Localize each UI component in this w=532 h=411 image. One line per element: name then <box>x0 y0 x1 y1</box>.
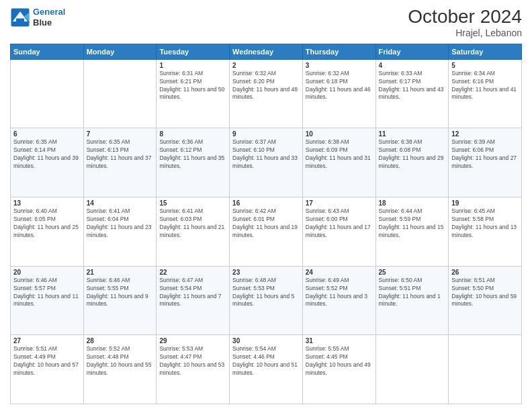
table-row: 19Sunrise: 6:45 AMSunset: 5:58 PMDayligh… <box>449 197 522 267</box>
table-row: 30Sunrise: 5:54 AMSunset: 4:46 PMDayligh… <box>230 335 303 404</box>
table-row: 21Sunrise: 6:46 AMSunset: 5:55 PMDayligh… <box>83 266 157 335</box>
day-detail: Sunrise: 6:41 AMSunset: 6:03 PMDaylight:… <box>159 208 226 240</box>
day-detail: Sunrise: 6:51 AMSunset: 5:50 PMDaylight:… <box>451 277 519 309</box>
day-detail: Sunrise: 5:55 AMSunset: 4:45 PMDaylight:… <box>306 345 373 377</box>
day-detail: Sunrise: 6:35 AMSunset: 6:14 PMDaylight:… <box>13 138 81 171</box>
day-detail: Sunrise: 5:54 AMSunset: 4:46 PMDaylight:… <box>232 345 300 377</box>
table-row: 3Sunrise: 6:32 AMSunset: 6:18 PMDaylight… <box>302 59 375 128</box>
table-row: 17Sunrise: 6:43 AMSunset: 6:00 PMDayligh… <box>302 197 375 267</box>
day-detail: Sunrise: 6:31 AMSunset: 6:21 PMDaylight:… <box>159 70 226 102</box>
col-tuesday: Tuesday <box>157 44 230 59</box>
table-row: 23Sunrise: 6:48 AMSunset: 5:53 PMDayligh… <box>230 266 303 335</box>
table-row: 7Sunrise: 6:35 AMSunset: 6:13 PMDaylight… <box>83 128 157 197</box>
day-detail: Sunrise: 6:39 AMSunset: 6:06 PMDaylight:… <box>451 138 519 171</box>
day-detail: Sunrise: 6:48 AMSunset: 5:53 PMDaylight:… <box>232 277 300 309</box>
table-row: 1Sunrise: 6:31 AMSunset: 6:21 PMDaylight… <box>157 59 230 128</box>
day-detail: Sunrise: 6:50 AMSunset: 5:51 PMDaylight:… <box>379 277 446 309</box>
table-row: 4Sunrise: 6:33 AMSunset: 6:17 PMDaylight… <box>375 59 449 128</box>
day-number: 31 <box>306 337 373 345</box>
col-sunday: Sunday <box>11 44 84 59</box>
day-detail: Sunrise: 6:37 AMSunset: 6:10 PMDaylight:… <box>232 138 300 171</box>
table-row <box>375 335 449 404</box>
day-number: 22 <box>159 269 226 276</box>
day-number: 2 <box>232 62 300 69</box>
day-detail: Sunrise: 5:52 AMSunset: 4:48 PMDaylight:… <box>87 345 154 377</box>
day-number: 27 <box>13 337 81 345</box>
table-row: 20Sunrise: 6:46 AMSunset: 5:57 PMDayligh… <box>11 266 84 335</box>
day-number: 16 <box>232 199 300 207</box>
table-row: 15Sunrise: 6:41 AMSunset: 6:03 PMDayligh… <box>157 197 230 267</box>
day-number: 15 <box>159 199 226 207</box>
table-row: 22Sunrise: 6:47 AMSunset: 5:54 PMDayligh… <box>157 266 230 335</box>
day-number: 28 <box>87 337 154 345</box>
table-row: 16Sunrise: 6:42 AMSunset: 6:01 PMDayligh… <box>230 197 303 267</box>
day-number: 5 <box>451 62 519 69</box>
calendar-week-row: 1Sunrise: 6:31 AMSunset: 6:21 PMDaylight… <box>11 59 522 128</box>
day-number: 12 <box>451 130 519 138</box>
table-row: 26Sunrise: 6:51 AMSunset: 5:50 PMDayligh… <box>449 266 522 335</box>
day-number: 18 <box>379 199 446 207</box>
day-number: 29 <box>159 337 226 345</box>
day-detail: Sunrise: 6:35 AMSunset: 6:13 PMDaylight:… <box>87 138 154 171</box>
title-block: October 2024 Hrajel, Lebanon <box>408 7 522 38</box>
table-row <box>449 335 522 404</box>
day-number: 14 <box>87 199 154 207</box>
day-detail: Sunrise: 6:38 AMSunset: 6:08 PMDaylight:… <box>379 138 446 171</box>
table-row: 28Sunrise: 5:52 AMSunset: 4:48 PMDayligh… <box>83 335 157 404</box>
table-row: 31Sunrise: 5:55 AMSunset: 4:45 PMDayligh… <box>302 335 375 404</box>
logo-text: General Blue <box>33 7 65 28</box>
day-detail: Sunrise: 6:40 AMSunset: 6:05 PMDaylight:… <box>13 208 81 240</box>
day-detail: Sunrise: 6:34 AMSunset: 6:16 PMDaylight:… <box>451 70 519 102</box>
col-monday: Monday <box>83 44 157 59</box>
table-row: 10Sunrise: 6:38 AMSunset: 6:09 PMDayligh… <box>302 128 375 197</box>
logo: General Blue <box>10 7 65 28</box>
day-number: 11 <box>379 130 446 138</box>
table-row: 11Sunrise: 6:38 AMSunset: 6:08 PMDayligh… <box>375 128 449 197</box>
table-row: 9Sunrise: 6:37 AMSunset: 6:10 PMDaylight… <box>230 128 303 197</box>
day-number: 1 <box>159 62 226 69</box>
day-detail: Sunrise: 6:32 AMSunset: 6:18 PMDaylight:… <box>306 70 373 102</box>
day-detail: Sunrise: 6:44 AMSunset: 5:59 PMDaylight:… <box>379 208 446 240</box>
day-detail: Sunrise: 6:41 AMSunset: 6:04 PMDaylight:… <box>87 208 154 240</box>
calendar-title: October 2024 <box>408 7 522 28</box>
logo-icon <box>10 7 30 28</box>
col-wednesday: Wednesday <box>230 44 303 59</box>
day-number: 30 <box>232 337 300 345</box>
table-row: 6Sunrise: 6:35 AMSunset: 6:14 PMDaylight… <box>11 128 84 197</box>
day-detail: Sunrise: 6:42 AMSunset: 6:01 PMDaylight:… <box>232 208 300 240</box>
day-detail: Sunrise: 6:46 AMSunset: 5:57 PMDaylight:… <box>13 277 81 309</box>
calendar-week-row: 20Sunrise: 6:46 AMSunset: 5:57 PMDayligh… <box>11 266 522 335</box>
day-number: 21 <box>87 269 154 276</box>
day-number: 7 <box>87 130 154 138</box>
table-row: 25Sunrise: 6:50 AMSunset: 5:51 PMDayligh… <box>375 266 449 335</box>
table-row: 18Sunrise: 6:44 AMSunset: 5:59 PMDayligh… <box>375 197 449 267</box>
day-detail: Sunrise: 6:38 AMSunset: 6:09 PMDaylight:… <box>306 138 373 171</box>
table-row: 2Sunrise: 6:32 AMSunset: 6:20 PMDaylight… <box>230 59 303 128</box>
day-number: 6 <box>13 130 81 138</box>
calendar-week-row: 27Sunrise: 5:51 AMSunset: 4:49 PMDayligh… <box>11 335 522 404</box>
day-number: 24 <box>306 269 373 276</box>
day-number: 4 <box>379 62 446 69</box>
day-detail: Sunrise: 6:49 AMSunset: 5:52 PMDaylight:… <box>306 277 373 309</box>
calendar-week-row: 6Sunrise: 6:35 AMSunset: 6:14 PMDaylight… <box>11 128 522 197</box>
day-detail: Sunrise: 5:51 AMSunset: 4:49 PMDaylight:… <box>13 345 81 377</box>
calendar-table: Sunday Monday Tuesday Wednesday Thursday… <box>10 44 522 404</box>
logo-general: General <box>33 7 65 17</box>
svg-rect-2 <box>16 18 24 24</box>
table-row <box>11 59 84 128</box>
day-number: 20 <box>13 269 81 276</box>
day-detail: Sunrise: 6:43 AMSunset: 6:00 PMDaylight:… <box>306 208 373 240</box>
col-thursday: Thursday <box>302 44 375 59</box>
table-row: 12Sunrise: 6:39 AMSunset: 6:06 PMDayligh… <box>449 128 522 197</box>
day-number: 10 <box>306 130 373 138</box>
table-row: 5Sunrise: 6:34 AMSunset: 6:16 PMDaylight… <box>449 59 522 128</box>
table-row: 14Sunrise: 6:41 AMSunset: 6:04 PMDayligh… <box>83 197 157 267</box>
day-number: 25 <box>379 269 446 276</box>
day-number: 23 <box>232 269 300 276</box>
table-row: 24Sunrise: 6:49 AMSunset: 5:52 PMDayligh… <box>302 266 375 335</box>
header: General Blue October 2024 Hrajel, Lebano… <box>10 7 522 38</box>
table-row: 29Sunrise: 5:53 AMSunset: 4:47 PMDayligh… <box>157 335 230 404</box>
table-row: 27Sunrise: 5:51 AMSunset: 4:49 PMDayligh… <box>11 335 84 404</box>
day-detail: Sunrise: 6:46 AMSunset: 5:55 PMDaylight:… <box>87 277 154 309</box>
day-number: 9 <box>232 130 300 138</box>
